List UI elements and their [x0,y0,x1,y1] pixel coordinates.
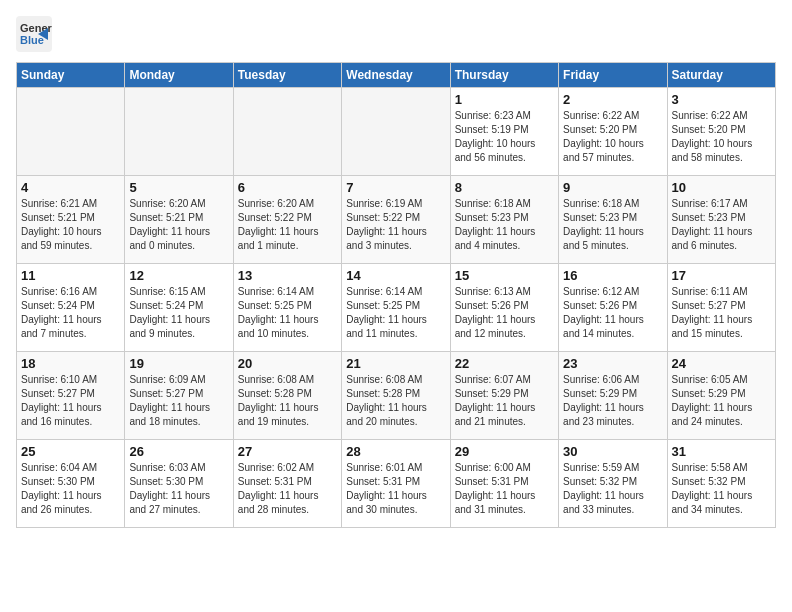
calendar-cell: 27 Sunrise: 6:02 AMSunset: 5:31 PMDaylig… [233,440,341,528]
calendar-table: Sunday Monday Tuesday Wednesday Thursday… [16,62,776,528]
day-number: 8 [455,180,554,195]
day-number: 7 [346,180,445,195]
day-number: 16 [563,268,662,283]
col-tuesday: Tuesday [233,63,341,88]
day-info: Sunrise: 6:10 AMSunset: 5:27 PMDaylight:… [21,373,120,429]
calendar-cell: 7 Sunrise: 6:19 AMSunset: 5:22 PMDayligh… [342,176,450,264]
calendar-cell: 6 Sunrise: 6:20 AMSunset: 5:22 PMDayligh… [233,176,341,264]
day-info: Sunrise: 6:20 AMSunset: 5:22 PMDaylight:… [238,197,337,253]
day-info: Sunrise: 6:13 AMSunset: 5:26 PMDaylight:… [455,285,554,341]
calendar-cell: 21 Sunrise: 6:08 AMSunset: 5:28 PMDaylig… [342,352,450,440]
day-info: Sunrise: 6:01 AMSunset: 5:31 PMDaylight:… [346,461,445,517]
day-info: Sunrise: 6:05 AMSunset: 5:29 PMDaylight:… [672,373,771,429]
calendar-cell: 8 Sunrise: 6:18 AMSunset: 5:23 PMDayligh… [450,176,558,264]
day-info: Sunrise: 6:20 AMSunset: 5:21 PMDaylight:… [129,197,228,253]
calendar-cell: 11 Sunrise: 6:16 AMSunset: 5:24 PMDaylig… [17,264,125,352]
day-info: Sunrise: 6:18 AMSunset: 5:23 PMDaylight:… [455,197,554,253]
calendar-cell [342,88,450,176]
calendar-cell: 25 Sunrise: 6:04 AMSunset: 5:30 PMDaylig… [17,440,125,528]
day-number: 20 [238,356,337,371]
day-number: 3 [672,92,771,107]
calendar-cell: 18 Sunrise: 6:10 AMSunset: 5:27 PMDaylig… [17,352,125,440]
calendar-cell: 23 Sunrise: 6:06 AMSunset: 5:29 PMDaylig… [559,352,667,440]
day-number: 14 [346,268,445,283]
day-number: 9 [563,180,662,195]
day-info: Sunrise: 6:03 AMSunset: 5:30 PMDaylight:… [129,461,228,517]
day-number: 1 [455,92,554,107]
calendar-cell [17,88,125,176]
col-thursday: Thursday [450,63,558,88]
day-info: Sunrise: 6:16 AMSunset: 5:24 PMDaylight:… [21,285,120,341]
col-saturday: Saturday [667,63,775,88]
calendar-cell: 29 Sunrise: 6:00 AMSunset: 5:31 PMDaylig… [450,440,558,528]
calendar-cell: 30 Sunrise: 5:59 AMSunset: 5:32 PMDaylig… [559,440,667,528]
day-number: 21 [346,356,445,371]
day-number: 18 [21,356,120,371]
day-info: Sunrise: 6:06 AMSunset: 5:29 PMDaylight:… [563,373,662,429]
calendar-cell: 22 Sunrise: 6:07 AMSunset: 5:29 PMDaylig… [450,352,558,440]
day-number: 13 [238,268,337,283]
calendar-cell: 16 Sunrise: 6:12 AMSunset: 5:26 PMDaylig… [559,264,667,352]
calendar-cell: 10 Sunrise: 6:17 AMSunset: 5:23 PMDaylig… [667,176,775,264]
day-info: Sunrise: 6:08 AMSunset: 5:28 PMDaylight:… [346,373,445,429]
day-number: 2 [563,92,662,107]
day-number: 6 [238,180,337,195]
logo-icon: General Blue [16,16,52,52]
calendar-cell: 4 Sunrise: 6:21 AMSunset: 5:21 PMDayligh… [17,176,125,264]
calendar-cell: 20 Sunrise: 6:08 AMSunset: 5:28 PMDaylig… [233,352,341,440]
day-info: Sunrise: 6:17 AMSunset: 5:23 PMDaylight:… [672,197,771,253]
day-info: Sunrise: 6:09 AMSunset: 5:27 PMDaylight:… [129,373,228,429]
day-info: Sunrise: 6:18 AMSunset: 5:23 PMDaylight:… [563,197,662,253]
col-wednesday: Wednesday [342,63,450,88]
calendar-cell: 19 Sunrise: 6:09 AMSunset: 5:27 PMDaylig… [125,352,233,440]
day-info: Sunrise: 5:58 AMSunset: 5:32 PMDaylight:… [672,461,771,517]
day-info: Sunrise: 6:14 AMSunset: 5:25 PMDaylight:… [346,285,445,341]
day-info: Sunrise: 6:22 AMSunset: 5:20 PMDaylight:… [563,109,662,165]
day-info: Sunrise: 6:21 AMSunset: 5:21 PMDaylight:… [21,197,120,253]
calendar-week-row: 4 Sunrise: 6:21 AMSunset: 5:21 PMDayligh… [17,176,776,264]
calendar-cell: 13 Sunrise: 6:14 AMSunset: 5:25 PMDaylig… [233,264,341,352]
calendar-cell: 17 Sunrise: 6:11 AMSunset: 5:27 PMDaylig… [667,264,775,352]
calendar-cell: 28 Sunrise: 6:01 AMSunset: 5:31 PMDaylig… [342,440,450,528]
day-number: 24 [672,356,771,371]
day-number: 23 [563,356,662,371]
day-info: Sunrise: 6:15 AMSunset: 5:24 PMDaylight:… [129,285,228,341]
day-number: 10 [672,180,771,195]
calendar-cell: 5 Sunrise: 6:20 AMSunset: 5:21 PMDayligh… [125,176,233,264]
day-info: Sunrise: 6:11 AMSunset: 5:27 PMDaylight:… [672,285,771,341]
calendar-cell: 24 Sunrise: 6:05 AMSunset: 5:29 PMDaylig… [667,352,775,440]
col-sunday: Sunday [17,63,125,88]
day-info: Sunrise: 6:08 AMSunset: 5:28 PMDaylight:… [238,373,337,429]
day-number: 4 [21,180,120,195]
day-number: 26 [129,444,228,459]
svg-text:Blue: Blue [20,34,44,46]
day-number: 5 [129,180,228,195]
day-info: Sunrise: 6:14 AMSunset: 5:25 PMDaylight:… [238,285,337,341]
day-number: 25 [21,444,120,459]
col-friday: Friday [559,63,667,88]
calendar-cell [125,88,233,176]
day-number: 29 [455,444,554,459]
day-number: 15 [455,268,554,283]
day-number: 17 [672,268,771,283]
calendar-cell: 12 Sunrise: 6:15 AMSunset: 5:24 PMDaylig… [125,264,233,352]
day-number: 28 [346,444,445,459]
day-number: 27 [238,444,337,459]
day-number: 31 [672,444,771,459]
calendar-cell: 26 Sunrise: 6:03 AMSunset: 5:30 PMDaylig… [125,440,233,528]
page-header: General Blue [16,16,776,52]
calendar-cell: 9 Sunrise: 6:18 AMSunset: 5:23 PMDayligh… [559,176,667,264]
calendar-cell [233,88,341,176]
day-info: Sunrise: 6:00 AMSunset: 5:31 PMDaylight:… [455,461,554,517]
day-info: Sunrise: 6:07 AMSunset: 5:29 PMDaylight:… [455,373,554,429]
day-number: 19 [129,356,228,371]
day-number: 12 [129,268,228,283]
calendar-cell: 3 Sunrise: 6:22 AMSunset: 5:20 PMDayligh… [667,88,775,176]
calendar-cell: 15 Sunrise: 6:13 AMSunset: 5:26 PMDaylig… [450,264,558,352]
day-info: Sunrise: 5:59 AMSunset: 5:32 PMDaylight:… [563,461,662,517]
logo: General Blue [16,16,52,52]
day-number: 30 [563,444,662,459]
day-info: Sunrise: 6:19 AMSunset: 5:22 PMDaylight:… [346,197,445,253]
calendar-cell: 14 Sunrise: 6:14 AMSunset: 5:25 PMDaylig… [342,264,450,352]
calendar-cell: 2 Sunrise: 6:22 AMSunset: 5:20 PMDayligh… [559,88,667,176]
